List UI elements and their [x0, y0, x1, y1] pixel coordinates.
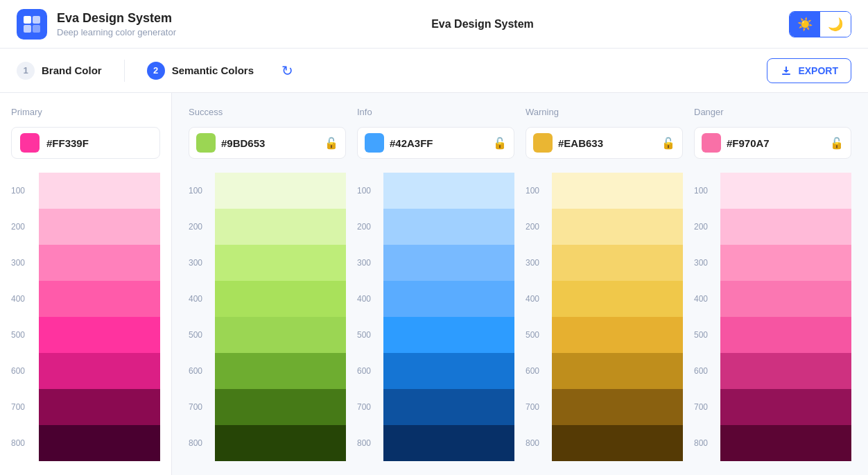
sem-scale-swatch — [720, 281, 851, 317]
semantic-panel: Success #9BD653 🔓 100 200 300 400 500 60… — [172, 93, 868, 475]
sem-scale-swatch — [552, 389, 683, 425]
sem-scale-swatch — [552, 425, 683, 461]
sem-scale-swatch — [383, 353, 514, 389]
scale-label: 800 — [11, 425, 39, 461]
sem-input-3[interactable]: #F970A7 🔓 — [694, 127, 851, 159]
primary-scale: 100 200 300 400 500 600 700 800 — [11, 173, 160, 461]
step-divider — [124, 60, 125, 82]
header: Eva Design System Deep learning color ge… — [0, 0, 868, 49]
scale-label: 100 — [11, 173, 39, 209]
sem-scale-swatch — [383, 173, 514, 209]
sem-scale-row: 200 — [526, 209, 683, 245]
svg-rect-1 — [33, 16, 40, 24]
sem-scale-swatch — [215, 209, 346, 245]
sem-scale-label: 200 — [189, 209, 215, 245]
sem-scale-swatch — [383, 425, 514, 461]
lock-icon-2[interactable]: 🔓 — [661, 137, 675, 150]
primary-panel: Primary #FF339F 100 200 300 400 500 600 … — [0, 93, 172, 475]
refresh-button[interactable]: ↻ — [281, 62, 293, 79]
sem-scale-label: 500 — [526, 317, 552, 353]
sem-scale-label: 100 — [357, 173, 383, 209]
sem-scale-row: 100 — [526, 173, 683, 209]
lock-icon-3[interactable]: 🔓 — [830, 137, 844, 150]
sem-scale-swatch — [383, 389, 514, 425]
primary-color-input[interactable]: #FF339F — [11, 127, 160, 159]
sem-hex-3: #F970A7 — [727, 137, 824, 149]
lock-icon-1[interactable]: 🔓 — [493, 137, 507, 150]
sem-scale-swatch — [215, 245, 346, 281]
sem-scale-row: 700 — [357, 389, 514, 425]
sem-input-2[interactable]: #EAB633 🔓 — [526, 127, 683, 159]
sem-scale-label: 700 — [357, 389, 383, 425]
step-1[interactable]: 1 Brand Color — [17, 62, 102, 80]
sem-scale-row: 300 — [189, 245, 346, 281]
step-2[interactable]: 2 Semantic Colors — [147, 62, 254, 80]
scale-swatch — [39, 281, 160, 317]
sem-scale-row: 200 — [694, 209, 851, 245]
primary-label: Primary — [11, 107, 160, 117]
sem-scale-row: 100 — [357, 173, 514, 209]
sem-scale-label: 300 — [694, 245, 720, 281]
sem-scale-label: 200 — [694, 209, 720, 245]
sem-scale-row: 600 — [189, 353, 346, 389]
primary-scale-row: 200 — [11, 209, 160, 245]
sem-scale-swatch — [383, 281, 514, 317]
sem-scale-swatch — [552, 353, 683, 389]
sem-scale-label: 700 — [526, 389, 552, 425]
sem-scale-label: 400 — [694, 281, 720, 317]
sem-scale-swatch — [383, 317, 514, 353]
sem-scale-swatch — [215, 425, 346, 461]
sem-scale-row: 300 — [526, 245, 683, 281]
primary-scale-row: 500 — [11, 317, 160, 353]
sem-scale-row: 400 — [526, 281, 683, 317]
sem-scale-0: 100 200 300 400 500 600 700 800 — [189, 173, 346, 461]
sem-label-3: Danger — [694, 107, 851, 117]
sem-scale-row: 700 — [189, 389, 346, 425]
sem-scale-swatch — [215, 281, 346, 317]
scale-label: 600 — [11, 353, 39, 389]
scale-label: 300 — [11, 245, 39, 281]
sem-scale-row: 500 — [357, 317, 514, 353]
sem-scale-swatch — [215, 389, 346, 425]
sem-hex-1: #42A3FF — [390, 137, 487, 149]
sem-scale-row: 600 — [526, 353, 683, 389]
sem-swatch-1 — [365, 133, 384, 153]
step-2-number: 2 — [147, 62, 165, 80]
content: Primary #FF339F 100 200 300 400 500 600 … — [0, 93, 868, 475]
sem-hex-2: #EAB633 — [558, 137, 656, 149]
sem-scale-swatch — [215, 317, 346, 353]
brand-info: Eva Design System Deep learning color ge… — [57, 11, 176, 37]
primary-hex: #FF339F — [46, 137, 89, 149]
sem-scale-label: 100 — [694, 173, 720, 209]
sem-scale-swatch — [383, 245, 514, 281]
sem-swatch-0 — [196, 133, 216, 153]
sem-scale-swatch — [215, 353, 346, 389]
sem-scale-label: 300 — [189, 245, 215, 281]
sem-scale-swatch — [552, 281, 683, 317]
scale-swatch — [39, 173, 160, 209]
sem-scale-2: 100 200 300 400 500 600 700 800 — [526, 173, 683, 461]
scale-label: 500 — [11, 317, 39, 353]
step-1-number: 1 — [17, 62, 35, 80]
steps-left: 1 Brand Color 2 Semantic Colors ↻ — [17, 60, 293, 82]
sem-input-0[interactable]: #9BD653 🔓 — [189, 127, 346, 159]
sem-scale-label: 800 — [526, 425, 552, 461]
sem-label-1: Info — [357, 107, 514, 117]
theme-dark-button[interactable]: 🌙 — [820, 12, 851, 37]
theme-light-button[interactable]: ☀️ — [790, 12, 820, 37]
svg-rect-0 — [24, 16, 31, 24]
sem-scale-row: 800 — [189, 425, 346, 461]
sem-scale-swatch — [383, 209, 514, 245]
sem-scale-row: 600 — [694, 353, 851, 389]
scale-label: 400 — [11, 281, 39, 317]
sem-scale-label: 100 — [526, 173, 552, 209]
sem-scale-label: 200 — [357, 209, 383, 245]
step-2-label: Semantic Colors — [172, 64, 254, 76]
svg-rect-3 — [33, 25, 40, 33]
sem-input-1[interactable]: #42A3FF 🔓 — [357, 127, 514, 159]
export-button[interactable]: EXPORT — [767, 58, 851, 83]
primary-scale-row: 700 — [11, 389, 160, 425]
lock-icon-0[interactable]: 🔓 — [324, 137, 338, 150]
sem-scale-row: 800 — [526, 425, 683, 461]
sem-scale-row: 100 — [189, 173, 346, 209]
